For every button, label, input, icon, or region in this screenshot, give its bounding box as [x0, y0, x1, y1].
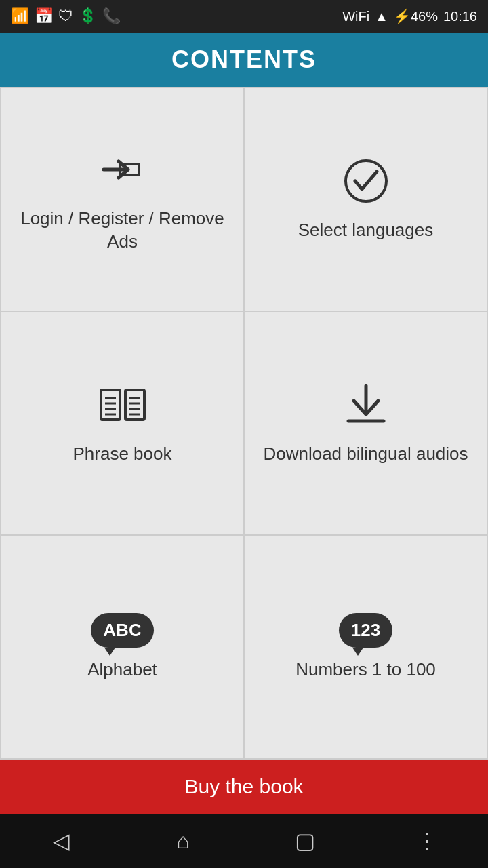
recents-button[interactable]: ▢: [285, 821, 325, 861]
status-bar: 📶 📅 🛡 💲 📞 WiFi ▲ ⚡46% 10:16: [0, 0, 488, 33]
voicemail-icon: 📞: [102, 7, 121, 25]
page-title: CONTENTS: [171, 45, 317, 74]
more-button[interactable]: ⋮: [407, 821, 447, 861]
buy-button-label: Buy the book: [184, 775, 303, 798]
home-button[interactable]: ⌂: [163, 821, 203, 861]
login-label: Login / Register / Remove Ads: [15, 208, 230, 254]
status-left: 📶 📅 🛡 💲 📞: [11, 7, 121, 25]
back-button[interactable]: ◁: [41, 821, 81, 861]
numbers-bubble-text: 123: [339, 613, 392, 648]
check-icon: [342, 157, 390, 208]
alphabet-item[interactable]: ABC Alphabet: [1, 536, 243, 758]
status-right: WiFi ▲ ⚡46% 10:16: [342, 8, 477, 24]
app-header: CONTENTS: [0, 33, 488, 87]
home-icon: ⌂: [176, 829, 189, 854]
numbers-item[interactable]: 123 Numbers 1 to 100: [245, 536, 487, 758]
abc-bubble: ABC: [91, 613, 153, 648]
phrase-book-item[interactable]: Phrase book: [1, 312, 243, 534]
alphabet-label: Alphabet: [87, 658, 157, 682]
phrasebook-icon: [98, 380, 147, 432]
recents-icon: ▢: [295, 828, 315, 854]
abc-bubble-text: ABC: [91, 613, 153, 648]
signal-icon: 📶: [11, 7, 29, 25]
contents-grid: Login / Register / Remove Ads Select lan…: [0, 87, 488, 760]
calendar-icon: 📅: [35, 7, 53, 25]
svg-point-2: [346, 161, 386, 201]
login-item[interactable]: Login / Register / Remove Ads: [1, 88, 243, 311]
nav-bar: ◁ ⌂ ▢ ⋮: [0, 814, 488, 868]
select-languages-label: Select languages: [298, 219, 433, 242]
back-icon: ◁: [53, 828, 70, 854]
numbers-label: Numbers 1 to 100: [296, 658, 436, 682]
phrase-book-label: Phrase book: [73, 443, 172, 466]
select-languages-item[interactable]: Select languages: [245, 88, 487, 311]
buy-button[interactable]: Buy the book: [0, 760, 488, 814]
battery-icon: ⚡46%: [394, 8, 438, 24]
download-icon: [342, 380, 390, 432]
more-icon: ⋮: [416, 828, 438, 854]
wifi-icon: WiFi: [342, 9, 369, 24]
numbers-bubble-wrapper: 123: [339, 613, 392, 648]
login-icon: [98, 145, 147, 197]
time-display: 10:16: [443, 9, 477, 24]
dollar-icon: 💲: [79, 7, 97, 25]
security-icon: 🛡: [58, 7, 73, 25]
signal-bars-icon: ▲: [375, 9, 388, 24]
download-audios-label: Download bilingual audios: [263, 443, 468, 466]
download-audios-item[interactable]: Download bilingual audios: [245, 312, 487, 534]
